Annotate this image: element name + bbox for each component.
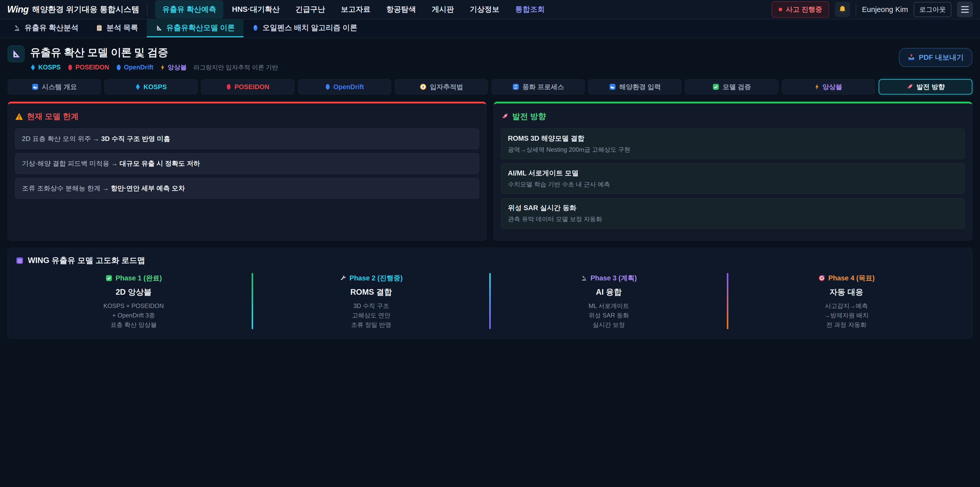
export-tray-icon	[907, 54, 915, 61]
roadmap-title: WING 유출유 모델 고도화 로드맵	[16, 255, 964, 266]
page-header-text: 유출유 확산 모델 이론 및 검증 KOSPS POSEIDON OpenDri…	[30, 45, 278, 72]
kosps-badge: KOSPS	[30, 64, 61, 71]
blue-dot-icon	[116, 64, 121, 71]
triangle-ruler-icon	[11, 49, 21, 59]
sub-tab-bar: 유출유 확산분석 분석 목록 유출유확산모델 이론 오일펜스 배치 알고리즘 이…	[0, 19, 980, 38]
roadmap-phase-3: Phase 3 (계획) AI 융합 ML 서로게이트 위성 SAR 동화 실시…	[491, 273, 727, 330]
oil-fence-shield-icon	[252, 24, 259, 31]
future-direction-panel: 발전 방향 ROMS 3D 해양모델 결합 광역→상세역 Nesting 200…	[493, 102, 972, 241]
app-logo: Wing 해양환경 위기대응 통합시스템	[7, 4, 139, 15]
rocket-icon	[906, 83, 913, 90]
topnav-right-cluster: 사고 진행중 Eunjeong Kim 로그아웃	[772, 1, 973, 18]
wrench-icon	[340, 275, 346, 281]
phase3-label: Phase 3 (계획)	[581, 273, 637, 283]
tab-label: 유출유 확산분석	[24, 23, 78, 33]
top-navigation-bar: Wing 해양환경 위기대응 통합시스템 유출유 확산예측 HNS·대기확산 긴…	[0, 0, 980, 19]
tab-analysis-list[interactable]: 분석 목록	[87, 19, 147, 37]
incident-in-progress-badge[interactable]: 사고 진행중	[772, 1, 829, 18]
lightning-icon	[160, 64, 165, 71]
menu-integrated-search[interactable]: 통합조회	[508, 0, 552, 19]
model-basis-note: 라그랑지안 입자추적 이론 기반	[193, 63, 278, 72]
clipboard-icon	[96, 24, 103, 31]
tab-label: 오일펜스 배치 알고리즘 이론	[262, 23, 357, 33]
alert-badge-label: 사고 진행중	[786, 5, 822, 14]
target-icon	[818, 275, 825, 282]
app-title: 해양환경 위기대응 통합시스템	[32, 4, 139, 15]
tab-oil-fence-theory[interactable]: 오일펜스 배치 알고리즘 이론	[243, 19, 366, 37]
section-tab-future-direction[interactable]: 발전 방향	[879, 79, 972, 94]
pdf-export-label: PDF 내보내기	[919, 53, 964, 62]
phase1-title: 2D 앙상블	[16, 287, 251, 297]
red-dot-icon	[67, 64, 73, 71]
wave-icon	[32, 83, 39, 90]
logout-button[interactable]: 로그아웃	[914, 2, 951, 17]
phase3-title: AI 융합	[491, 287, 727, 297]
page-icon-box	[8, 45, 24, 62]
section-tab-row: 시스템 개요 KOSPS POSEIDON OpenDrift 입자추적법	[8, 79, 972, 94]
tab-spill-model-theory[interactable]: 유출유확산모델 이론	[147, 19, 243, 37]
section-tab-kosps[interactable]: KOSPS	[104, 79, 197, 94]
calendar-icon	[16, 256, 24, 265]
limitations-title: 현재 모델 한계	[15, 111, 479, 122]
phase2-label: Phase 2 (진행중)	[340, 273, 403, 283]
menu-oil-spill-prediction[interactable]: 유출유 확산예측	[155, 0, 223, 19]
current-limitations-panel: 현재 모델 한계 2D 표층 확산 모의 위주 → 3D 수직 구조 반영 미흡…	[8, 102, 487, 241]
limitation-item: 기상·해양 결합 피드백 미적용 → 대규모 유출 시 정확도 저하	[15, 153, 479, 174]
user-name: Eunjeong Kim	[862, 5, 908, 14]
check-square-icon	[105, 275, 113, 282]
phase2-title: ROMS 결합	[253, 287, 489, 297]
menu-aerial-search[interactable]: 항공탐색	[379, 0, 423, 19]
tab-spill-analysis[interactable]: 유출유 확산분석	[5, 19, 87, 37]
poseidon-badge: POSEIDON	[67, 64, 109, 71]
section-tab-poseidon[interactable]: POSEIDON	[201, 79, 294, 94]
check-square-icon	[712, 83, 719, 90]
future-item: 위성 SAR 실시간 동화 관측 유막 데이터 모델 보정 자동화	[501, 198, 965, 228]
future-direction-title: 발전 방향	[501, 111, 965, 122]
model-badge-row: KOSPS POSEIDON OpenDrift 앙상블 라그랑지안 입자추	[30, 63, 278, 72]
roadmap-panel: WING 유출유 모델 고도화 로드맵 Phase 1 (완료) 2D 앙상블 …	[8, 248, 972, 339]
section-tab-opendrift[interactable]: OpenDrift	[298, 79, 391, 94]
pdf-export-button[interactable]: PDF 내보내기	[899, 48, 972, 67]
menu-emergency-rescue[interactable]: 긴급구난	[288, 0, 332, 19]
ensemble-badge: 앙상블	[160, 63, 187, 72]
menu-reports[interactable]: 보고자료	[334, 0, 378, 19]
page-title: 유출유 확산 모델 이론 및 검증	[30, 45, 278, 59]
phase4-label: Phase 4 (목표)	[818, 273, 875, 283]
hamburger-menu-button[interactable]	[957, 2, 973, 18]
alert-dot-icon	[779, 8, 782, 11]
section-tab-ensemble[interactable]: 앙상블	[782, 79, 875, 94]
main-menu: 유출유 확산예측 HNS·대기확산 긴급구난 보고자료 항공탐색 게시판 기상정…	[155, 0, 552, 19]
blue-dot-icon	[325, 83, 330, 90]
rocket-icon	[501, 113, 509, 120]
triangle-ruler-icon	[156, 24, 162, 31]
menu-board[interactable]: 게시판	[425, 0, 461, 19]
nav-divider	[147, 4, 148, 15]
tab-label: 분석 목록	[107, 23, 138, 33]
wave-icon	[609, 83, 616, 90]
phase4-title: 자동 대응	[729, 287, 964, 297]
section-tab-system-overview[interactable]: 시스템 개요	[8, 79, 101, 94]
compass-icon	[420, 83, 427, 90]
tab-label: 유출유확산모델 이론	[166, 23, 235, 33]
page-header: 유출유 확산 모델 이론 및 검증 KOSPS POSEIDON OpenDri…	[8, 45, 972, 72]
limitation-item: 조류 조화상수 분해능 한계 → 항만·연안 세부 예측 오차	[15, 178, 479, 199]
section-tab-particle-tracking[interactable]: 입자추적법	[395, 79, 488, 94]
roadmap-phase-1: Phase 1 (완료) 2D 앙상블 KOSPS + POSEIDON + O…	[16, 273, 251, 330]
user-divider	[856, 4, 856, 15]
cycle-arrows-icon	[512, 83, 519, 90]
menu-weather-info[interactable]: 기상정보	[463, 0, 507, 19]
logo-wing-icon: Wing	[7, 4, 29, 15]
section-tab-ocean-env-input[interactable]: 해양환경 입력	[588, 79, 681, 94]
notifications-button[interactable]	[835, 2, 850, 17]
section-tab-weathering-process[interactable]: 풍화 프로세스	[492, 79, 585, 94]
menu-hns-atmospheric[interactable]: HNS·대기확산	[225, 0, 287, 19]
opendrift-badge: OpenDrift	[116, 64, 153, 71]
future-item: ROMS 3D 해양모델 결합 광역→상세역 Nesting 200m급 고해상…	[501, 128, 965, 159]
future-item: AI/ML 서로게이트 모델 수치모델 학습 기반 수초 내 근사 예측	[501, 163, 965, 194]
roadmap-phases: Phase 1 (완료) 2D 앙상블 KOSPS + POSEIDON + O…	[16, 273, 964, 330]
page-header-left: 유출유 확산 모델 이론 및 검증 KOSPS POSEIDON OpenDri…	[8, 45, 278, 72]
red-dot-icon	[226, 83, 231, 90]
section-tab-model-validation[interactable]: 모델 검증	[685, 79, 778, 94]
diamond-icon	[135, 83, 140, 90]
warning-icon	[15, 113, 23, 120]
